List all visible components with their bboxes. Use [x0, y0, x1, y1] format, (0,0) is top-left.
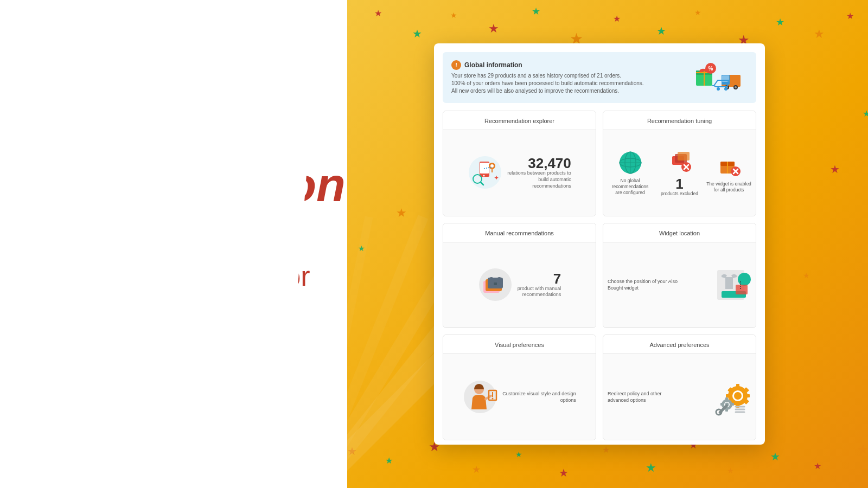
svg-rect-85: [731, 403, 734, 406]
card-header-text-visual: Visual preferences: [495, 342, 544, 348]
card-header-text-widget: Widget location: [659, 230, 700, 236]
cards-grid: Recommendation explorer: [443, 111, 756, 440]
manual-stats: 7 product with manualrecommendations: [518, 272, 561, 298]
visual-illustration: [463, 380, 498, 415]
tuning-icon-globe: [617, 150, 643, 176]
tuning-number-excluded: 1: [675, 177, 683, 191]
card-body-advanced: Redirect policy and otheradvanced option…: [603, 354, 756, 440]
card-header-explorer: Recommendation explorer: [443, 111, 596, 130]
widget-location-desc: Choose the position of your AlsoBought w…: [608, 278, 712, 292]
explorer-number: 32,470: [528, 156, 571, 170]
card-header-text-explorer: Recommendation explorer: [484, 118, 554, 124]
explorer-desc: relations between products tobuild autom…: [507, 170, 571, 189]
card-recommendation-tuning[interactable]: Recommendation tuning No globalreco: [603, 111, 756, 216]
svg-rect-41: [678, 152, 690, 160]
svg-point-20: [735, 86, 737, 88]
card-header-text-manual: Manual recommendations: [485, 230, 554, 236]
global-info-title: Global information: [464, 61, 522, 69]
tuning-item-widget: The widget is enabledfor all products: [705, 153, 752, 193]
global-info-desc3: All new orders will be also analysed to …: [451, 87, 688, 95]
global-info-text: ! Global information Your store has 29 p…: [451, 60, 693, 95]
tuning-label-excluded: products excluded: [661, 191, 698, 197]
card-body-explorer: ✦ 32,470 relations between products tobu…: [443, 130, 596, 216]
card-header-text-advanced: Advanced preferences: [649, 342, 709, 348]
explorer-illustration: ✦: [468, 155, 503, 190]
svg-rect-60: [736, 285, 748, 294]
advanced-desc: Redirect policy and otheradvanced option…: [608, 390, 712, 404]
card-recommendation-explorer[interactable]: Recommendation explorer: [443, 111, 596, 216]
app-subtitle: Tons of options to easily tune the app f…: [33, 225, 326, 326]
card-header-manual: Manual recommendations: [443, 223, 596, 242]
card-widget-location[interactable]: Widget location Choose the position of y…: [603, 223, 756, 329]
dashboard-panel: ! Global information Your store has 29 p…: [434, 43, 765, 445]
advanced-illustration: [716, 380, 751, 415]
tuning-item-global: No globalrecommendationsare configured: [607, 150, 654, 196]
card-header-visual: Visual preferences: [443, 335, 596, 354]
global-info-illustration: %: [693, 59, 748, 97]
svg-rect-73: [726, 394, 730, 397]
tuning-item-excluded: 1 products excluded: [656, 149, 703, 197]
card-body-tuning: No globalrecommendationsare configured: [603, 130, 756, 216]
explorer-stats: 32,470 relations between products tobuil…: [507, 156, 571, 189]
svg-point-67: [492, 397, 494, 399]
card-header-tuning: Recommendation tuning: [603, 111, 756, 130]
svg-rect-84: [720, 403, 724, 406]
card-visual-preferences[interactable]: Visual preferences: [443, 335, 596, 440]
svg-point-21: [717, 87, 720, 91]
svg-rect-57: [725, 277, 733, 289]
app-title: Configuration: [33, 161, 326, 209]
global-info-desc1: Your store has 29 products and a sales h…: [451, 72, 688, 80]
card-body-visual: Customize visual style and designoptions: [443, 354, 596, 440]
card-manual-recommendations[interactable]: Manual recommendations: [443, 223, 596, 329]
card-advanced-preferences[interactable]: Advanced preferences Redirect policy and…: [603, 335, 756, 440]
info-icon: !: [451, 60, 461, 70]
card-header-text-tuning: Recommendation tuning: [647, 118, 712, 124]
visual-desc: Customize visual style and designoptions: [502, 390, 576, 404]
tuning-icon-widget: [716, 153, 742, 179]
svg-rect-82: [725, 397, 728, 401]
card-body-widget: Choose the position of your AlsoBought w…: [603, 242, 756, 328]
card-header-widget: Widget location: [603, 223, 756, 242]
svg-rect-55: [494, 282, 497, 285]
left-panel: Configuration Tons of options to easily …: [0, 0, 347, 488]
svg-point-70: [734, 392, 742, 400]
card-header-advanced: Advanced preferences: [603, 335, 756, 354]
svg-text:%: %: [709, 66, 713, 72]
global-info-banner: ! Global information Your store has 29 p…: [443, 52, 756, 103]
tuning-label-global: No globalrecommendationsare configured: [612, 178, 649, 196]
tuning-icon-products: [667, 149, 693, 175]
svg-rect-26: [480, 163, 489, 174]
card-body-manual: 7 product with manualrecommendations: [443, 242, 596, 328]
svg-rect-71: [736, 384, 739, 388]
svg-point-27: [483, 175, 485, 177]
manual-illustration: [478, 267, 513, 303]
svg-rect-74: [745, 394, 750, 397]
global-info-desc2: 100% of your orders have been processed …: [451, 80, 688, 87]
svg-point-58: [738, 273, 751, 286]
svg-point-22: [724, 87, 727, 91]
widget-illustration: [716, 267, 751, 303]
manual-desc: product with manualrecommendations: [518, 286, 561, 298]
manual-number: 7: [553, 272, 561, 286]
tuning-label-widget: The widget is enabledfor all products: [706, 181, 751, 193]
global-info-header: ! Global information: [451, 60, 688, 70]
svg-text:✦: ✦: [494, 174, 499, 182]
svg-rect-83: [725, 408, 728, 412]
